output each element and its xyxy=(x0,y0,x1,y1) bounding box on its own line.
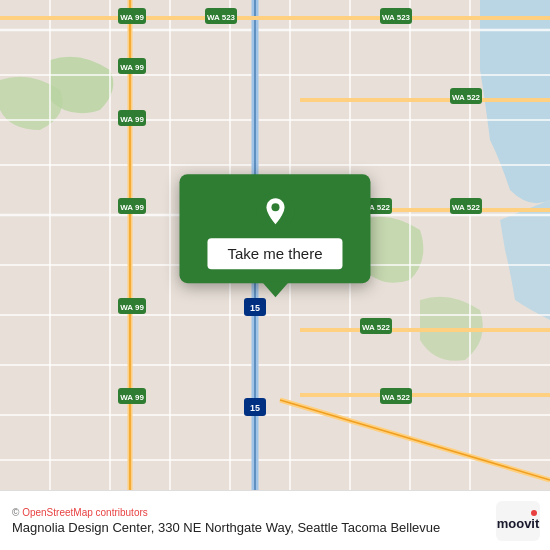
svg-text:WA 99: WA 99 xyxy=(120,115,144,124)
svg-text:WA 99: WA 99 xyxy=(120,203,144,212)
svg-text:WA 522: WA 522 xyxy=(362,323,391,332)
moovit-logo-icon: moovit xyxy=(496,501,540,541)
map-container: WA 99 WA 99 WA 99 WA 99 WA 99 WA 99 WA 5… xyxy=(0,0,550,490)
svg-point-61 xyxy=(271,203,279,211)
svg-point-64 xyxy=(531,510,537,516)
take-me-there-button[interactable]: Take me there xyxy=(207,238,342,269)
svg-text:WA 522: WA 522 xyxy=(382,393,411,402)
svg-text:WA 99: WA 99 xyxy=(120,303,144,312)
info-bar: © OpenStreetMap contributors Magnolia De… xyxy=(0,490,550,550)
location-pin-icon xyxy=(256,192,294,230)
svg-text:WA 523: WA 523 xyxy=(207,13,236,22)
svg-text:moovit: moovit xyxy=(497,516,540,531)
svg-text:WA 99: WA 99 xyxy=(120,393,144,402)
osm-link[interactable]: OpenStreetMap contributors xyxy=(22,507,148,518)
svg-text:15: 15 xyxy=(250,403,260,413)
address-text: Magnolia Design Center, 330 NE Northgate… xyxy=(12,520,440,535)
svg-text:15: 15 xyxy=(250,303,260,313)
svg-text:WA 522: WA 522 xyxy=(452,203,481,212)
copyright-symbol: © xyxy=(12,507,22,518)
info-left: © OpenStreetMap contributors Magnolia De… xyxy=(12,507,440,535)
svg-text:WA 522: WA 522 xyxy=(452,93,481,102)
svg-text:WA 99: WA 99 xyxy=(120,63,144,72)
moovit-logo: moovit xyxy=(496,501,540,541)
svg-text:WA 99: WA 99 xyxy=(120,13,144,22)
copyright-text: © OpenStreetMap contributors xyxy=(12,507,440,518)
svg-text:WA 523: WA 523 xyxy=(382,13,411,22)
location-popup: Take me there xyxy=(179,174,370,283)
